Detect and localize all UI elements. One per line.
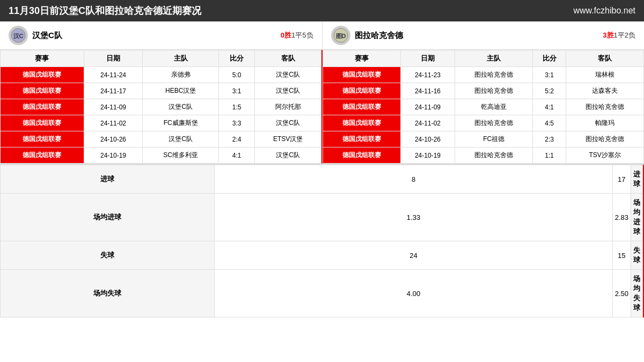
- left-date-5: 24-10-19: [84, 147, 143, 164]
- left-away-4: ETSV汉堡: [255, 131, 321, 147]
- left-home-2: 汉堡C队: [143, 99, 219, 115]
- right-home-0: 图拉哈克舍德: [455, 67, 533, 83]
- right-away-1: 达森客夫: [566, 83, 644, 99]
- right-match-row-4: 德国戊组联赛 24-10-26 FC祖德 2:3 图拉哈克舍德: [323, 131, 644, 147]
- left-score-4: 2:4: [218, 131, 254, 147]
- stats-section: 进球 8 17 进球 场均进球 1.33 2.83 场均进球 失球 24 15 …: [0, 164, 644, 317]
- team-right-icon: 图D: [331, 26, 350, 45]
- team-right-name: 图拉哈克舍德: [355, 31, 403, 41]
- stats-left-table: 进球 8 17 进球 场均进球 1.33 2.83 场均进球 失球 24 15 …: [0, 165, 643, 317]
- left-score-1: 3:1: [218, 83, 254, 99]
- left-league-2: 德国戊组联赛: [1, 99, 84, 115]
- left-league-0: 德国戊组联赛: [1, 67, 84, 83]
- left-home-0: 亲德弗: [143, 67, 219, 83]
- col-header-score-left: 比分: [218, 50, 254, 67]
- right-date-2: 24-11-09: [400, 99, 455, 115]
- right-away-5: TSV沙塞尔: [566, 147, 644, 164]
- right-league-0: 德国戊组联赛: [323, 67, 401, 83]
- right-match-row-0: 德国戊组联赛 24-11-23 图拉哈克舍德 3:1 瑞林根: [323, 67, 644, 83]
- left-home-3: FC威廉斯堡: [143, 115, 219, 131]
- goals-label-left: 进球: [1, 165, 215, 194]
- avggoals-value-left: 1.33: [215, 194, 612, 241]
- col-header-away-left: 客队: [255, 50, 321, 67]
- right-score-0: 3:1: [532, 67, 566, 83]
- right-match-row-3: 德国戊组联赛 24-11-02 图拉哈克舍德 4:5 帕隆玛: [323, 115, 644, 131]
- website-url: www.fczhibo.net: [573, 6, 635, 16]
- team-left-name: 汉堡C队: [32, 31, 62, 41]
- col-header-date-left: 日期: [84, 50, 143, 67]
- teams-row: 汉C 汉堡C队 0胜1平5负 图D 图拉哈克舍德 3胜1平2负: [0, 21, 644, 50]
- left-away-1: 汉堡C队: [255, 83, 321, 99]
- left-match-row-1: 德国戊组联赛 24-11-17 HEBC汉堡 3:1 汉堡C队: [1, 83, 321, 99]
- right-score-4: 2:3: [532, 131, 566, 147]
- col-header-league-left: 赛事: [1, 50, 84, 67]
- right-home-1: 图拉哈克舍德: [455, 83, 533, 99]
- left-date-2: 24-11-09: [84, 99, 143, 115]
- right-date-0: 24-11-23: [400, 67, 455, 83]
- right-league-4: 德国戊组联赛: [323, 131, 401, 147]
- left-match-row-0: 德国戊组联赛 24-11-24 亲德弗 5:0 汉堡C队: [1, 67, 321, 83]
- page-title: 11月30日前汉堡C队和图拉哈克舍德近期赛况: [9, 4, 201, 17]
- lost-label-right: 失球: [631, 241, 642, 270]
- left-score-2: 1:5: [218, 99, 254, 115]
- goals-value-right-1: 17: [612, 165, 631, 194]
- lost-value-left: 24: [215, 241, 612, 270]
- right-league-1: 德国戊组联赛: [323, 83, 401, 99]
- stats-avglost-row-left: 场均失球 4.00 2.50 场均失球: [1, 270, 643, 317]
- right-score-1: 5:2: [532, 83, 566, 99]
- team-left-icon: 汉C: [9, 26, 28, 45]
- left-score-3: 3:3: [218, 115, 254, 131]
- right-score-3: 4:5: [532, 115, 566, 131]
- left-league-4: 德国戊组联赛: [1, 131, 84, 147]
- right-home-4: FC祖德: [455, 131, 533, 147]
- left-score-5: 4:1: [218, 147, 254, 164]
- stats-left: 进球 8 17 进球 场均进球 1.33 2.83 场均进球 失球 24 15 …: [0, 165, 644, 317]
- left-match-row-3: 德国戊组联赛 24-11-02 FC威廉斯堡 3:3 汉堡C队: [1, 115, 321, 131]
- col-header-date-right: 日期: [400, 50, 455, 67]
- right-home-3: 图拉哈克舍德: [455, 115, 533, 131]
- left-away-0: 汉堡C队: [255, 67, 321, 83]
- left-date-0: 24-11-24: [84, 67, 143, 83]
- svg-text:汉C: 汉C: [13, 33, 24, 39]
- avggoals-value-right: 2.83: [612, 194, 631, 241]
- left-date-4: 24-10-26: [84, 131, 143, 147]
- right-league-3: 德国戊组联赛: [323, 115, 401, 131]
- avglost-label-right: 场均失球: [631, 270, 642, 317]
- avggoals-label-right: 场均进球: [631, 194, 642, 241]
- team-right-record: 3胜1平2负: [603, 31, 635, 40]
- avglost-label-left: 场均失球: [1, 270, 215, 317]
- left-home-4: 汉堡C队: [143, 131, 219, 147]
- team-right-info: 图D 图拉哈克舍德 3胜1平2负: [323, 21, 645, 49]
- right-match-row-2: 德国戊组联赛 24-11-09 乾高迪亚 4:1 图拉哈克舍德: [323, 99, 644, 115]
- left-matches-table: 赛事 日期 主队 比分 客队 德国戊组联赛 24-11-24 亲德弗 5:0 汉…: [0, 50, 321, 164]
- col-header-away-right: 客队: [566, 50, 644, 67]
- stats-lost-row-left: 失球 24 15 失球: [1, 241, 643, 270]
- main-table-area: 赛事 日期 主队 比分 客队 德国戊组联赛 24-11-24 亲德弗 5:0 汉…: [0, 50, 644, 164]
- team-left-record: 0胜1平5负: [281, 31, 313, 40]
- right-away-4: 图拉哈克舍德: [566, 131, 644, 147]
- left-match-row-5: 德国戊组联赛 24-10-19 SC维多利亚 4:1 汉堡C队: [1, 147, 321, 164]
- page-header: 11月30日前汉堡C队和图拉哈克舍德近期赛况 www.fczhibo.net: [0, 0, 644, 21]
- stats-avggoals-row-left: 场均进球 1.33 2.83 场均进球: [1, 194, 643, 241]
- left-match-row-4: 德国戊组联赛 24-10-26 汉堡C队 2:4 ETSV汉堡: [1, 131, 321, 147]
- left-date-1: 24-11-17: [84, 83, 143, 99]
- right-section: 赛事 日期 主队 比分 客队 德国戊组联赛 24-11-23 图拉哈克舍德 3:…: [323, 50, 644, 164]
- col-header-home-right: 主队: [455, 50, 533, 67]
- col-header-home-left: 主队: [143, 50, 219, 67]
- right-date-1: 24-11-16: [400, 83, 455, 99]
- right-date-4: 24-10-26: [400, 131, 455, 147]
- left-home-5: SC维多利亚: [143, 147, 219, 164]
- right-date-3: 24-11-02: [400, 115, 455, 131]
- left-date-3: 24-11-02: [84, 115, 143, 131]
- lost-label-left: 失球: [1, 241, 215, 270]
- right-home-5: 图拉哈克舍德: [455, 147, 533, 164]
- page-wrapper: 11月30日前汉堡C队和图拉哈克舍德近期赛况 www.fczhibo.net 汉…: [0, 0, 644, 317]
- team-left-info: 汉C 汉堡C队 0胜1平5负: [0, 21, 323, 49]
- right-match-row-5: 德国戊组联赛 24-10-19 图拉哈克舍德 1:1 TSV沙塞尔: [323, 147, 644, 164]
- right-league-5: 德国戊组联赛: [323, 147, 401, 164]
- goals-value-left: 8: [215, 165, 612, 194]
- right-home-2: 乾高迪亚: [455, 99, 533, 115]
- left-away-3: 汉堡C队: [255, 115, 321, 131]
- goals-label-right: 进球: [631, 165, 642, 194]
- left-score-0: 5:0: [218, 67, 254, 83]
